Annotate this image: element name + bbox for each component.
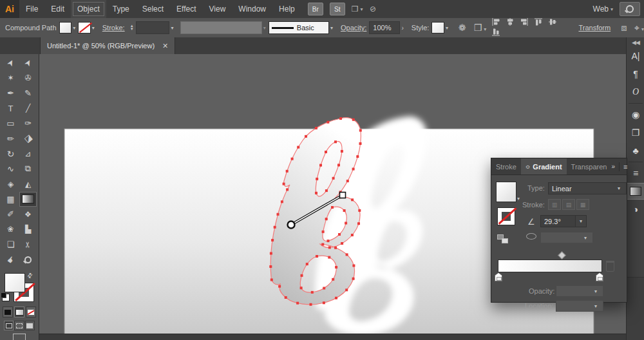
anchor-point[interactable]	[345, 288, 348, 291]
width-tool[interactable]: ∿	[2, 162, 19, 177]
anchor-point[interactable]	[278, 285, 281, 288]
anchor-point[interactable]	[286, 170, 289, 173]
menu-item-file[interactable]: File	[19, 0, 44, 18]
anchor-point[interactable]	[310, 303, 312, 306]
eyedropper-tool[interactable]: ✐	[2, 207, 19, 222]
transform-link[interactable]: Transform	[578, 24, 611, 32]
anchor-point[interactable]	[306, 263, 308, 265]
draw-inside-button[interactable]	[25, 321, 35, 330]
brush-definition[interactable]: Basic	[269, 21, 329, 34]
anchor-point[interactable]	[325, 189, 328, 192]
free-transform-tool[interactable]: ⧉	[19, 162, 37, 177]
stroke-weight-field[interactable]	[136, 21, 170, 34]
stroke-weight-stepper[interactable]: ▲▼	[130, 24, 134, 31]
pen-tool[interactable]: ✒	[2, 86, 19, 101]
anchor-point[interactable]	[331, 206, 334, 209]
menu-item-window[interactable]: Window	[232, 0, 272, 18]
tab-transparency[interactable]: Transparen	[567, 158, 612, 175]
anchor-point[interactable]	[315, 127, 317, 129]
anchor-point[interactable]	[316, 178, 318, 180]
gradient-stop-left[interactable]	[495, 272, 502, 281]
anchor-point[interactable]	[283, 183, 285, 185]
anchor-point[interactable]	[351, 198, 354, 201]
anchor-point[interactable]	[335, 297, 337, 299]
menu-item-effect[interactable]: Effect	[170, 0, 202, 18]
anchor-point[interactable]	[285, 296, 287, 299]
gradient-tool[interactable]	[19, 192, 37, 207]
variable-width-profile[interactable]	[180, 21, 262, 34]
anchor-point[interactable]	[301, 274, 303, 277]
close-icon[interactable]: ✕	[162, 42, 168, 50]
pencil-tool[interactable]: ✏	[2, 131, 19, 147]
chevron-down-icon[interactable]: ▾	[517, 196, 520, 202]
anchor-point[interactable]	[322, 231, 325, 233]
anchor-point[interactable]	[311, 291, 314, 294]
tab-stroke[interactable]: Stroke	[491, 158, 521, 175]
direct-selection-tool[interactable]: ➤	[19, 55, 37, 71]
anchor-point[interactable]	[286, 188, 289, 191]
menu-item-select[interactable]: Select	[136, 0, 170, 18]
anchor-point[interactable]	[327, 121, 329, 124]
align-left-icon[interactable]	[491, 17, 500, 26]
chevron-down-icon[interactable]: ▾	[446, 25, 448, 31]
menu-item-type[interactable]: Type	[106, 0, 136, 18]
gradient-swatch[interactable]	[496, 182, 516, 202]
style-swatch[interactable]	[431, 22, 444, 33]
anchor-point[interactable]	[325, 218, 328, 220]
opacity-label[interactable]: Opacity:	[341, 24, 366, 32]
arrange-documents-icon[interactable]: ❒▾	[352, 5, 363, 14]
perspective-grid-tool[interactable]: ◭	[19, 176, 37, 192]
anchor-point[interactable]	[271, 239, 274, 241]
anchor-point[interactable]	[356, 155, 359, 158]
expand-panels-icon[interactable]: ◀◀	[627, 37, 644, 48]
slice-tool[interactable]: ✂	[19, 237, 37, 252]
opacity-value[interactable]: 100%	[369, 21, 400, 34]
anchor-point[interactable]	[281, 200, 283, 203]
align-right-icon[interactable]	[520, 17, 529, 26]
paintbrush-tool[interactable]: ✑	[19, 116, 37, 131]
menu-item-view[interactable]: View	[203, 0, 232, 18]
align-hcenter-icon[interactable]	[506, 17, 515, 26]
anchor-point[interactable]	[327, 240, 330, 242]
anchor-point[interactable]	[323, 287, 325, 290]
align-vmiddle-icon[interactable]	[548, 17, 557, 26]
appearance-panel[interactable]: ◉	[627, 106, 644, 123]
recolor-artwork-icon[interactable]: ❁	[459, 23, 466, 33]
anchor-point[interactable]	[277, 213, 279, 216]
gradient-start-handle[interactable]	[288, 222, 295, 229]
anchor-point[interactable]	[297, 146, 299, 149]
eraser-tool[interactable]: ◪	[19, 131, 37, 147]
align-top-icon[interactable]	[534, 17, 543, 26]
symbol-sprayer-tool[interactable]: ❀	[2, 222, 19, 238]
anchor-point[interactable]	[325, 151, 327, 153]
anchor-point[interactable]	[328, 256, 330, 259]
hand-tool[interactable]: ☛	[2, 252, 19, 268]
anchor-point[interactable]	[359, 129, 362, 132]
anchor-point[interactable]	[319, 164, 322, 167]
gradient-slider[interactable]	[498, 260, 602, 272]
menu-item-edit[interactable]: Edit	[44, 0, 71, 18]
paragraph-panel[interactable]: ¶	[627, 66, 644, 82]
fill-swatch[interactable]	[59, 22, 72, 33]
align-bottom-icon[interactable]	[491, 28, 500, 37]
anchor-point[interactable]	[341, 150, 343, 153]
screen-mode-button[interactable]	[13, 334, 26, 340]
gradient-button[interactable]	[14, 307, 24, 317]
shape-builder-tool[interactable]: ◈	[2, 176, 19, 192]
anchor-point[interactable]	[338, 233, 341, 236]
anchor-point[interactable]	[352, 168, 355, 171]
cs-live-icon[interactable]: ⊘	[368, 4, 377, 15]
line-segment-tool[interactable]: ╱	[19, 101, 37, 117]
search-button[interactable]	[620, 2, 640, 16]
selection-tool[interactable]: ➤	[2, 55, 19, 71]
chevron-down-icon[interactable]: ▾	[330, 25, 333, 31]
anchor-point[interactable]	[269, 265, 272, 268]
anchor-point[interactable]	[346, 180, 349, 182]
scale-tool[interactable]: ⊿	[19, 146, 37, 162]
graphic-styles-panel[interactable]: ❐	[627, 124, 644, 141]
anchor-point[interactable]	[352, 265, 355, 267]
anchor-point[interactable]	[332, 177, 335, 180]
anchor-point[interactable]	[334, 140, 337, 143]
menu-item-object[interactable]: Object	[71, 0, 106, 18]
swap-fill-stroke-icon[interactable]: ⇄	[25, 271, 34, 280]
